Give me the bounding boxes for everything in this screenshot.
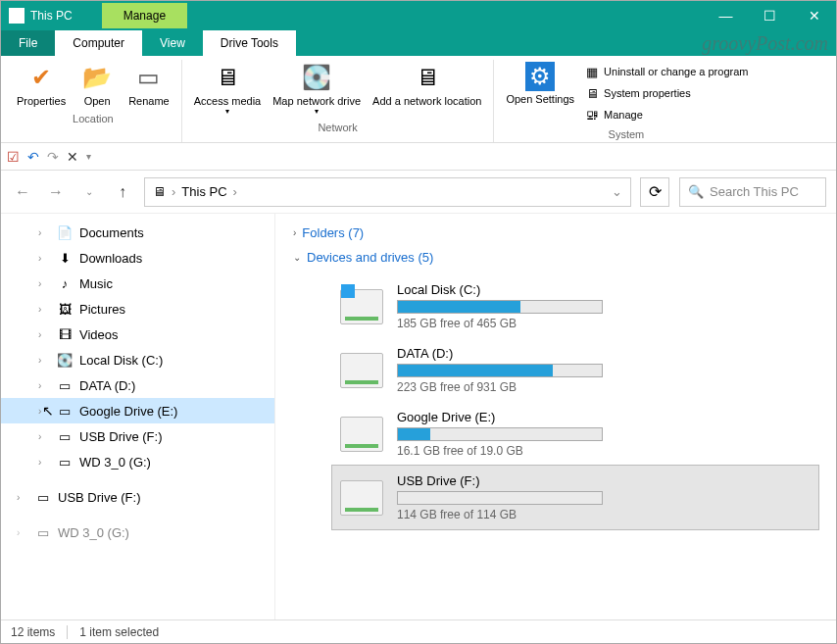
chevron-right-icon[interactable]: › (38, 329, 50, 340)
status-item-count: 12 items (11, 625, 55, 639)
tab-file[interactable]: File (1, 30, 55, 56)
maximize-button[interactable]: ☐ (748, 1, 792, 30)
chevron-right-icon[interactable]: › (17, 527, 28, 538)
uninstall-program-button[interactable]: ▦ Uninstall or change a program (580, 62, 752, 81)
chevron-right-icon[interactable]: › (38, 355, 50, 366)
drive-item[interactable]: DATA (D:)223 GB free of 931 GB (332, 338, 818, 402)
tab-drive-tools[interactable]: Drive Tools (203, 30, 296, 56)
drive-stat: 223 GB free of 931 GB (397, 380, 811, 394)
status-selected-count: 1 item selected (79, 625, 159, 639)
properties-button[interactable]: ✔ Properties (11, 60, 72, 109)
tab-view[interactable]: View (142, 30, 203, 56)
refresh-button[interactable]: ⟳ (640, 177, 669, 207)
drive-item[interactable]: USB Drive (F:)114 GB free of 114 GB (332, 466, 818, 529)
manage-button[interactable]: 🖳 Manage (580, 105, 752, 124)
qat-redo-icon[interactable]: ↷ (47, 149, 59, 165)
item-icon: ▭ (56, 404, 74, 419)
search-input[interactable]: 🔍 Search This PC (679, 177, 826, 207)
usage-bar (397, 364, 603, 377)
quick-access-toolbar: ☑ ↶ ↷ ✕ ▾ (1, 143, 836, 171)
drive-icon (340, 289, 383, 324)
system-properties-button[interactable]: 🖥 System properties (580, 83, 752, 103)
status-bar: 12 items 1 item selected (1, 619, 836, 643)
open-button[interactable]: 📂 Open (72, 60, 123, 109)
tree-item-label: Google Drive (E:) (79, 404, 177, 419)
drive-name: DATA (D:) (397, 346, 811, 361)
drive-item[interactable]: Local Disk (C:)185 GB free of 465 GB (332, 274, 818, 338)
access-media-button[interactable]: 🖥 Access media▾ (188, 60, 267, 118)
chevron-right-icon[interactable]: › (38, 380, 50, 391)
chevron-right-icon[interactable]: › (17, 492, 28, 503)
cursor-icon: ↖ (42, 403, 54, 419)
usage-bar (397, 427, 603, 441)
breadcrumb-bar[interactable]: 🖥 › This PC › ⌄ (144, 177, 631, 207)
tree-item-usb[interactable]: › ▭ USB Drive (F:) (1, 484, 274, 510)
forward-button[interactable]: → (44, 183, 68, 201)
add-location-icon: 🖥 (412, 62, 443, 93)
tree-item[interactable]: ›♪Music (1, 271, 274, 296)
drive-name: USB Drive (F:) (397, 473, 811, 488)
chevron-right-icon[interactable]: › (38, 227, 50, 238)
item-icon: ♪ (56, 276, 74, 291)
window-title: This PC (30, 9, 102, 23)
titlebar: This PC Manage — ☐ ✕ (1, 1, 836, 30)
folder-open-icon: 📂 (81, 62, 113, 93)
tree-item-label: Local Disk (C:) (79, 353, 163, 368)
tree-item[interactable]: ›🖼Pictures (1, 296, 274, 322)
drive-item[interactable]: Google Drive (E:)16.1 GB free of 19.0 GB (332, 402, 818, 466)
manage-icon: 🖳 (584, 107, 600, 123)
drive-name: Local Disk (C:) (397, 282, 811, 297)
tree-item[interactable]: ›▭USB Drive (F:) (1, 423, 274, 449)
qat-delete-icon[interactable]: ✕ (67, 149, 78, 165)
folders-group-header[interactable]: › Folders (7) (293, 225, 818, 240)
tree-item-label: Videos (79, 327, 119, 342)
chevron-right-icon[interactable]: › (38, 304, 50, 315)
program-icon: ▦ (584, 64, 600, 79)
tree-item[interactable]: ›▭DATA (D:) (1, 372, 274, 398)
content-pane[interactable]: › Folders (7) ⌄ Devices and drives (5) L… (275, 214, 836, 644)
address-row: ← → ⌄ ↑ 🖥 › This PC › ⌄ ⟳ 🔍 Search This … (1, 171, 836, 214)
drive-icon: ▭ (34, 525, 52, 540)
back-button[interactable]: ← (11, 183, 34, 201)
chevron-right-icon[interactable]: › (38, 278, 50, 289)
tree-item[interactable]: ›🎞Videos (1, 322, 274, 347)
tree-item[interactable]: ›▭Google Drive (E:)↖ (1, 398, 274, 423)
minimize-button[interactable]: — (704, 1, 748, 30)
search-icon: 🔍 (688, 184, 704, 199)
map-network-drive-button[interactable]: 💽 Map network drive▾ (267, 60, 367, 118)
chevron-right-icon[interactable]: › (38, 431, 50, 442)
add-network-location-button[interactable]: 🖥 Add a network location (367, 60, 487, 118)
ribbon-group-network: 🖥 Access media▾ 💽 Map network drive▾ 🖥 A… (182, 60, 495, 142)
tree-item[interactable]: ›💽Local Disk (C:) (1, 347, 274, 372)
drive-name: Google Drive (E:) (397, 410, 811, 424)
chevron-right-icon[interactable]: › (38, 253, 50, 264)
tree-item-wd[interactable]: › ▭ WD 3_0 (G:) (1, 520, 274, 545)
tree-item[interactable]: ›📄Documents (1, 220, 274, 245)
recent-dropdown[interactable]: ⌄ (77, 186, 101, 197)
qat-dropdown-icon[interactable]: ▾ (86, 151, 91, 162)
item-icon: 📄 (56, 225, 74, 240)
tree-item[interactable]: ›⬇Downloads (1, 245, 274, 271)
media-server-icon: 🖥 (212, 62, 243, 93)
pc-icon: 🖥 (153, 184, 166, 199)
rename-button[interactable]: ▭ Rename (123, 60, 175, 109)
close-button[interactable]: ✕ (792, 1, 836, 30)
open-settings-button[interactable]: ⚙ Open Settings (500, 60, 580, 124)
up-button[interactable]: ↑ (111, 183, 134, 201)
chevron-right-icon[interactable]: › (38, 457, 50, 468)
qat-checkbox-icon[interactable]: ☑ (7, 149, 20, 165)
qat-undo-icon[interactable]: ↶ (27, 149, 39, 165)
navigation-pane[interactable]: ›📄Documents›⬇Downloads›♪Music›🖼Pictures›… (1, 214, 275, 644)
tree-item[interactable]: ›▭WD 3_0 (G:) (1, 449, 274, 474)
tab-computer[interactable]: Computer (55, 30, 142, 56)
main-area: ›📄Documents›⬇Downloads›♪Music›🖼Pictures›… (1, 214, 836, 644)
devices-group-header[interactable]: ⌄ Devices and drives (5) (293, 250, 818, 265)
chevron-right-icon: › (293, 227, 296, 238)
manage-context-tab[interactable]: Manage (102, 3, 187, 28)
chevron-down-icon: ⌄ (293, 252, 301, 263)
tree-item-label: WD 3_0 (G:) (79, 455, 151, 470)
tree-item-label: Music (79, 276, 113, 291)
breadcrumb-root[interactable]: This PC (181, 184, 226, 199)
gear-icon: ⚙ (525, 62, 555, 91)
breadcrumb-dropdown-icon[interactable]: ⌄ (612, 184, 622, 199)
